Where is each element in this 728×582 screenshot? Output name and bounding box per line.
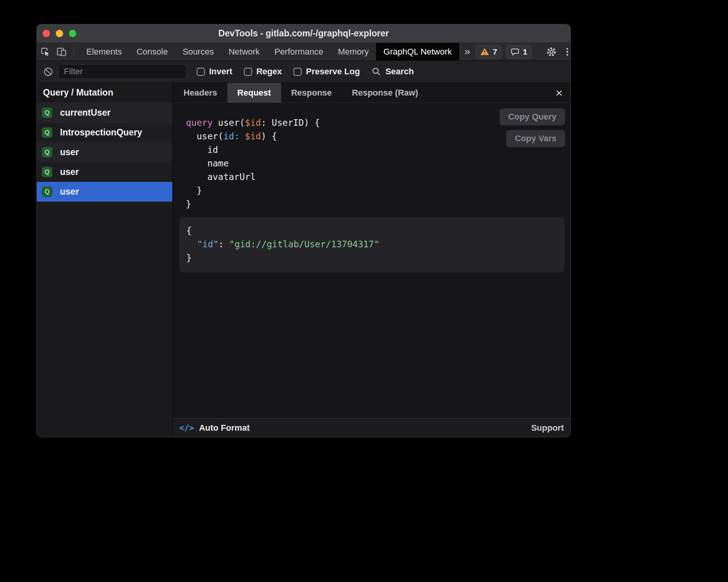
filter-bar: InvertRegexPreserve Log Search — [37, 61, 570, 83]
devtools-toolbar: ElementsConsoleSourcesNetworkPerformance… — [37, 43, 570, 61]
query-sidebar: Query / Mutation QcurrentUserQIntrospect… — [37, 83, 173, 437]
query-name: user — [60, 187, 79, 197]
filter-checkboxes: InvertRegexPreserve Log — [197, 67, 360, 77]
query-type-badge: Q — [42, 147, 52, 157]
tab-sources[interactable]: Sources — [175, 43, 221, 60]
minimize-window-button[interactable] — [56, 30, 63, 37]
warning-count: 7 — [493, 47, 497, 56]
message-bubble-icon — [510, 47, 520, 56]
detail-footer: </> Auto Format Support — [173, 418, 570, 437]
query-list-item-1[interactable]: QIntrospectionQuery — [37, 123, 172, 142]
settings-gear-icon[interactable] — [546, 46, 557, 58]
search-control[interactable]: Search — [371, 67, 414, 77]
block-icon[interactable] — [43, 67, 53, 77]
code-line: { — [186, 224, 558, 238]
query-name: IntrospectionQuery — [60, 127, 142, 138]
window-titlebar: DevTools - gitlab.com/-/graphql-explorer — [37, 24, 570, 43]
more-tabs-button[interactable]: » — [459, 43, 476, 60]
filter-input[interactable] — [58, 64, 187, 79]
query-type-badge: Q — [42, 127, 52, 138]
code-line: "id": "gid://gitlab/User/13704317" — [186, 238, 558, 251]
tab-elements[interactable]: Elements — [79, 43, 129, 60]
search-label: Search — [385, 67, 414, 77]
tab-performance[interactable]: Performance — [267, 43, 331, 60]
tab-graphql-network[interactable]: GraphQL Network — [376, 43, 459, 60]
devtools-tabs: ElementsConsoleSourcesNetworkPerformance… — [79, 43, 459, 60]
copy-query-button[interactable]: Copy Query — [500, 108, 565, 125]
detail-tab-response-raw[interactable]: Response (Raw) — [342, 83, 428, 103]
checkbox-group-preserve-log[interactable]: Preserve Log — [294, 67, 360, 77]
tab-network[interactable]: Network — [221, 43, 267, 60]
query-list-item-3[interactable]: Quser — [37, 162, 172, 182]
traffic-lights — [43, 24, 76, 43]
checkbox-label-regex: Regex — [256, 67, 282, 77]
checkbox-preserve-log[interactable] — [294, 68, 302, 76]
issues-badge[interactable]: 1 — [506, 45, 532, 58]
inspect-element-icon[interactable] — [40, 46, 51, 57]
window-title: DevTools - gitlab.com/-/graphql-explorer — [37, 28, 570, 39]
toolbar-divider — [74, 46, 74, 57]
request-variables-box: { "id": "gid://gitlab/User/13704317"} — [179, 217, 565, 272]
detail-tabs: HeadersRequestResponseResponse (Raw) — [173, 83, 428, 103]
auto-format-icon[interactable]: </> — [179, 423, 194, 433]
query-name: user — [60, 167, 79, 177]
detail-tab-headers[interactable]: Headers — [173, 83, 227, 103]
checkbox-group-regex[interactable]: Regex — [244, 67, 282, 77]
warning-triangle-icon — [480, 47, 489, 56]
toolbar-right-icons: 7 1 — [476, 43, 571, 60]
code-line: name — [186, 157, 565, 170]
query-type-badge: Q — [42, 108, 52, 118]
support-link[interactable]: Support — [531, 423, 564, 433]
code-line: } — [186, 184, 565, 197]
request-view: Copy Query Copy Vars query user($id: Use… — [173, 103, 570, 418]
auto-format-label[interactable]: Auto Format — [199, 423, 250, 433]
fullscreen-window-button[interactable] — [69, 30, 76, 37]
code-line: } — [186, 197, 565, 211]
copy-buttons: Copy Query Copy Vars — [500, 108, 565, 147]
toolbar-left-icons — [37, 43, 79, 60]
code-line: } — [186, 251, 558, 265]
search-icon — [371, 67, 381, 77]
query-name: currentUser — [60, 108, 110, 118]
checkbox-regex[interactable] — [244, 68, 252, 76]
close-panel-icon[interactable]: × — [555, 87, 563, 99]
main-split: Query / Mutation QcurrentUserQIntrospect… — [37, 83, 570, 437]
code-line: avatarUrl — [186, 170, 565, 184]
checkbox-invert[interactable] — [197, 68, 205, 76]
detail-tab-request[interactable]: Request — [227, 83, 281, 103]
close-window-button[interactable] — [43, 30, 50, 37]
checkbox-label-preserve-log: Preserve Log — [306, 67, 360, 77]
sidebar-header: Query / Mutation — [37, 83, 172, 103]
query-type-badge: Q — [42, 167, 52, 177]
device-toolbar-icon[interactable] — [56, 46, 67, 57]
request-variables-code: { "id": "gid://gitlab/User/13704317"} — [186, 224, 558, 265]
query-list-item-0[interactable]: QcurrentUser — [37, 103, 172, 123]
query-list: QcurrentUserQIntrospectionQueryQuserQuse… — [37, 103, 172, 437]
detail-panel: HeadersRequestResponseResponse (Raw) × C… — [173, 83, 570, 437]
detail-tabs-row: HeadersRequestResponseResponse (Raw) × — [173, 83, 570, 103]
tab-console[interactable]: Console — [129, 43, 175, 60]
checkbox-group-invert[interactable]: Invert — [197, 67, 232, 77]
detail-tab-response[interactable]: Response — [281, 83, 342, 103]
kebab-menu-icon[interactable] — [562, 46, 571, 57]
copy-vars-button[interactable]: Copy Vars — [506, 130, 565, 147]
query-list-item-2[interactable]: Quser — [37, 142, 172, 162]
warnings-badge[interactable]: 7 — [476, 45, 501, 58]
checkbox-label-invert: Invert — [209, 67, 232, 77]
query-name: user — [60, 147, 79, 157]
devtools-window: DevTools - gitlab.com/-/graphql-explorer… — [36, 24, 571, 437]
query-type-badge: Q — [42, 187, 52, 197]
tab-memory[interactable]: Memory — [331, 43, 376, 60]
query-list-item-4[interactable]: Quser — [37, 182, 172, 202]
message-count: 1 — [523, 47, 527, 56]
